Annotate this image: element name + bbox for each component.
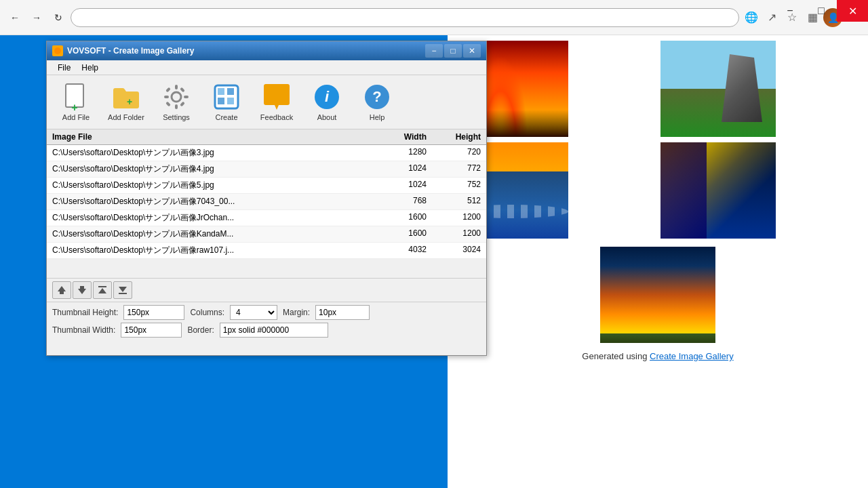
browser-address-bar[interactable] <box>71 8 739 27</box>
feedback-label: Feedback <box>260 113 293 121</box>
web-page-background: Generated using Create Image Gallery VOV… <box>0 35 868 488</box>
svg-rect-12 <box>165 101 171 106</box>
move-bottom-icon <box>117 285 128 296</box>
file-list-container[interactable]: Image File Width Height C:\Users\softaro… <box>47 129 486 279</box>
thumbnail-width-label: Thumbnail Width: <box>52 325 115 335</box>
file-path: C:\Users\softaro\Desktop\サンプル\画像7043_00.… <box>47 194 378 209</box>
browser-close-button[interactable]: ✕ <box>837 0 868 22</box>
move-bottom-button[interactable] <box>113 281 132 299</box>
help-svg: ? <box>364 84 390 110</box>
file-height: 1200 <box>432 226 486 242</box>
vovsoft-icon <box>54 47 62 55</box>
file-path: C:\Users\softaro\Desktop\サンプル\画像5.jpg <box>47 178 378 193</box>
file-width: 1024 <box>378 161 432 177</box>
controls-bar <box>47 279 486 302</box>
toolbar-add-folder-button[interactable]: + Add Folder <box>102 79 150 126</box>
file-row[interactable]: C:\Users\softaro\Desktop\サンプル\画像KandaM..… <box>47 226 486 243</box>
svg-marker-29 <box>119 287 127 292</box>
app-titlebar: VOVSOFT - Create Image Gallery − □ ✕ <box>47 41 486 60</box>
app-window: VOVSOFT - Create Image Gallery − □ ✕ Fil… <box>46 41 487 356</box>
toolbar-about-button[interactable]: i About <box>303 79 351 126</box>
about-icon: i <box>313 83 340 110</box>
browser-maximize-button[interactable]: □ <box>806 0 837 22</box>
browser-window-controls: − □ ✕ <box>774 0 868 22</box>
toolbar-feedback-button[interactable]: Feedback <box>253 79 300 126</box>
browser-translate-button[interactable]: 🌐 <box>742 8 761 27</box>
browser-refresh-button[interactable]: ↻ <box>49 8 68 27</box>
menu-help[interactable]: Help <box>76 62 104 74</box>
toolbar-help-button[interactable]: ? Help <box>353 79 401 126</box>
thumbnail-width-input[interactable] <box>121 323 182 338</box>
browser-back-button[interactable]: ← <box>5 8 24 27</box>
svg-rect-25 <box>80 286 84 289</box>
toolbar-create-button[interactable]: Create <box>203 79 250 126</box>
app-close-button[interactable]: ✕ <box>463 44 481 58</box>
file-height: 1200 <box>432 210 486 226</box>
file-path: C:\Users\softaro\Desktop\サンプル\画像JrOchan.… <box>47 210 378 226</box>
add-file-label: Add File <box>62 113 90 121</box>
svg-text:?: ? <box>372 88 381 105</box>
help-label: Help <box>370 113 385 121</box>
settings-icon <box>163 83 190 110</box>
svg-rect-10 <box>180 101 185 106</box>
file-width: 768 <box>378 194 432 209</box>
browser-minimize-button[interactable]: − <box>774 0 806 22</box>
file-height: 720 <box>432 145 486 161</box>
add-folder-icon: + <box>113 83 140 110</box>
file-row[interactable]: C:\Users\softaro\Desktop\サンプル\画像JrOchan.… <box>47 210 486 226</box>
header-width: Width <box>378 129 432 144</box>
app-titlebar-title: VOVSOFT - Create Image Gallery <box>67 46 424 56</box>
create-svg <box>214 84 239 110</box>
svg-rect-17 <box>227 98 234 104</box>
file-height: 3024 <box>432 243 486 258</box>
file-path: C:\Users\softaro\Desktop\サンプル\画像raw107.j… <box>47 243 378 258</box>
thumbnail-height-input[interactable] <box>123 305 184 320</box>
toolbar-add-file-button[interactable]: + Add File <box>52 79 100 126</box>
columns-label: Columns: <box>190 308 224 317</box>
help-icon: ? <box>363 83 391 110</box>
svg-point-0 <box>54 47 61 54</box>
app-titlebar-icon <box>52 45 63 56</box>
file-width: 4032 <box>378 243 432 258</box>
file-row[interactable]: C:\Users\softaro\Desktop\サンプル\画像raw107.j… <box>47 243 486 259</box>
file-width: 1280 <box>378 145 432 161</box>
svg-rect-6 <box>175 104 178 109</box>
svg-rect-15 <box>227 88 234 95</box>
move-up-button[interactable] <box>52 281 71 299</box>
columns-select[interactable]: 412356 <box>230 305 277 320</box>
add-folder-label: Add Folder <box>108 113 144 121</box>
file-list-header: Image File Width Height <box>47 129 486 145</box>
generated-link[interactable]: Create Image Gallery <box>650 351 734 361</box>
app-minimize-button[interactable]: − <box>425 44 443 58</box>
file-row[interactable]: C:\Users\softaro\Desktop\サンプル\画像5.jpg 10… <box>47 178 486 194</box>
about-label: About <box>317 113 337 121</box>
move-down-button[interactable] <box>73 281 92 299</box>
menu-bar: File Help <box>47 60 486 75</box>
file-width: 1600 <box>378 226 432 242</box>
border-input[interactable] <box>220 323 328 338</box>
toolbar: + Add File + Add Folder <box>47 75 486 129</box>
header-height: Height <box>432 129 486 144</box>
menu-file[interactable]: File <box>52 62 76 74</box>
move-top-button[interactable] <box>93 281 112 299</box>
preview-image-road <box>660 142 776 239</box>
settings-label: Settings <box>163 113 190 121</box>
create-icon <box>213 83 240 110</box>
svg-rect-23 <box>60 291 64 294</box>
browser-forward-button[interactable]: → <box>27 8 46 27</box>
move-up-icon <box>56 285 67 296</box>
file-row[interactable]: C:\Users\softaro\Desktop\サンプル\画像3.jpg 12… <box>47 145 486 161</box>
generated-footer: Generated using Create Image Gallery <box>448 346 868 367</box>
app-maximize-button[interactable]: □ <box>444 44 462 58</box>
file-height: 752 <box>432 178 486 193</box>
toolbar-settings-button[interactable]: Settings <box>153 79 200 126</box>
preview-area: Generated using Create Image Gallery <box>448 35 868 488</box>
file-width: 1600 <box>378 210 432 226</box>
header-image-file: Image File <box>47 129 378 144</box>
margin-input[interactable] <box>315 305 370 320</box>
move-down-icon <box>77 285 87 296</box>
svg-rect-26 <box>98 286 106 287</box>
preview-image-sunset <box>600 247 715 343</box>
file-row[interactable]: C:\Users\softaro\Desktop\サンプル\画像7043_00.… <box>47 194 486 210</box>
file-row[interactable]: C:\Users\softaro\Desktop\サンプル\画像4.jpg 10… <box>47 161 486 178</box>
